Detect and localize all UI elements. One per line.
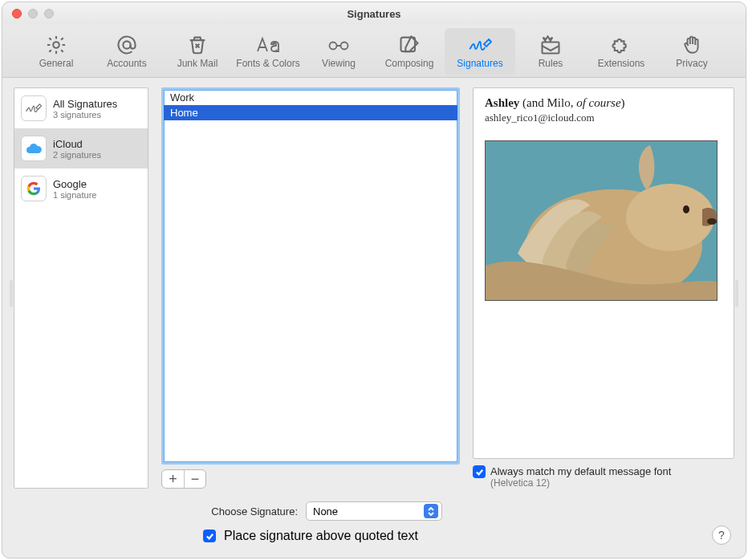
- tab-signatures[interactable]: Signatures: [445, 28, 515, 75]
- tab-accounts[interactable]: Accounts: [91, 28, 162, 75]
- tab-label: Signatures: [457, 58, 502, 69]
- account-name: All Signatures: [53, 98, 117, 110]
- place-above-label: Place signature above quoted text: [224, 529, 418, 543]
- place-above-row: Place signature above quoted text: [15, 529, 733, 543]
- fonts-icon: [255, 34, 281, 56]
- preferences-window: Signatures General Accounts Junk Mail Fo…: [2, 2, 746, 558]
- account-count: 1 signature: [53, 190, 96, 200]
- compose-icon: [398, 34, 421, 56]
- tab-rules[interactable]: Rules: [515, 28, 586, 75]
- svg-point-1: [123, 41, 130, 48]
- choose-signature-row: Choose Signature: None: [15, 501, 733, 521]
- help-button[interactable]: ?: [712, 526, 731, 545]
- tab-label: Privacy: [676, 58, 707, 69]
- signature-line-1: Ashley (and Milo, of course): [485, 96, 722, 110]
- resize-handle-right[interactable]: [735, 280, 738, 307]
- preview-column: Ashley (and Milo, of course) ashley_rico…: [473, 87, 734, 489]
- content-area: All Signatures 3 signatures iCloud 2 sig…: [2, 78, 746, 489]
- signature-preview[interactable]: Ashley (and Milo, of course) ashley_rico…: [473, 87, 734, 459]
- account-icloud[interactable]: iCloud 2 signatures: [14, 128, 148, 168]
- icloud-icon: [21, 136, 47, 161]
- google-icon: [21, 176, 47, 201]
- signature-item-home[interactable]: Home: [164, 105, 457, 120]
- match-font-checkbox[interactable]: [473, 465, 486, 478]
- svg-point-10: [707, 218, 717, 225]
- match-font-sub: (Helvetica 12): [490, 477, 671, 489]
- list-add-remove: + −: [161, 469, 206, 489]
- gear-icon: [45, 34, 67, 56]
- bottom-options: Choose Signature: None Place signature a…: [2, 489, 746, 558]
- svg-point-2: [330, 42, 337, 49]
- glasses-icon: [327, 34, 351, 56]
- tab-extensions[interactable]: Extensions: [586, 28, 657, 75]
- trash-icon: [186, 34, 209, 56]
- account-name: iCloud: [53, 138, 101, 150]
- account-all-signatures[interactable]: All Signatures 3 signatures: [14, 88, 148, 128]
- at-icon: [116, 34, 138, 56]
- puzzle-icon: [610, 34, 632, 56]
- tab-fonts-colors[interactable]: Fonts & Colors: [233, 28, 303, 75]
- signatures-column: Work Home + −: [161, 87, 460, 489]
- signature-image: [485, 140, 718, 301]
- place-above-checkbox[interactable]: [203, 530, 216, 542]
- account-name: Google: [53, 178, 96, 190]
- hand-icon: [681, 34, 702, 56]
- tab-label: Accounts: [107, 58, 146, 69]
- account-google[interactable]: Google 1 signature: [14, 168, 148, 209]
- tab-label: Rules: [539, 58, 563, 69]
- svg-point-8: [626, 184, 714, 251]
- tab-junk-mail[interactable]: Junk Mail: [162, 28, 233, 75]
- svg-point-3: [341, 42, 348, 49]
- tab-label: Extensions: [598, 58, 645, 69]
- signature-email: ashley_rico1@icloud.com: [485, 112, 722, 124]
- remove-signature-button[interactable]: −: [184, 470, 205, 488]
- choose-signature-label: Choose Signature:: [169, 505, 298, 517]
- add-signature-button[interactable]: +: [162, 470, 184, 488]
- signature-icon: [468, 34, 492, 56]
- svg-point-0: [53, 42, 59, 47]
- account-count: 2 signatures: [53, 150, 101, 160]
- signature-icon: [21, 95, 47, 121]
- resize-handle-left[interactable]: [10, 280, 13, 307]
- choose-signature-select[interactable]: None: [306, 501, 442, 521]
- accounts-list[interactable]: All Signatures 3 signatures iCloud 2 sig…: [14, 87, 148, 489]
- tab-label: General: [39, 58, 74, 69]
- tab-composing[interactable]: Composing: [374, 28, 445, 75]
- chevron-up-down-icon: [424, 504, 438, 518]
- match-font-label: Always match my default message font: [490, 465, 671, 477]
- titlebar: Signatures: [2, 2, 746, 25]
- tab-viewing[interactable]: Viewing: [303, 28, 374, 75]
- tab-label: Viewing: [322, 58, 356, 69]
- preferences-toolbar: General Accounts Junk Mail Fonts & Color…: [2, 25, 746, 78]
- tab-privacy[interactable]: Privacy: [657, 28, 727, 75]
- window-title: Signatures: [2, 8, 746, 20]
- svg-point-9: [683, 205, 689, 213]
- signatures-list[interactable]: Work Home: [161, 87, 460, 465]
- rules-icon: [539, 34, 562, 56]
- match-font-row: Always match my default message font (He…: [473, 465, 734, 489]
- tab-label: Junk Mail: [177, 58, 218, 69]
- choose-signature-value: None: [313, 505, 338, 517]
- tab-label: Composing: [385, 58, 434, 69]
- signature-item-work[interactable]: Work: [164, 90, 457, 105]
- tab-label: Fonts & Colors: [236, 58, 299, 69]
- account-count: 3 signatures: [53, 110, 117, 120]
- tab-general[interactable]: General: [21, 28, 91, 75]
